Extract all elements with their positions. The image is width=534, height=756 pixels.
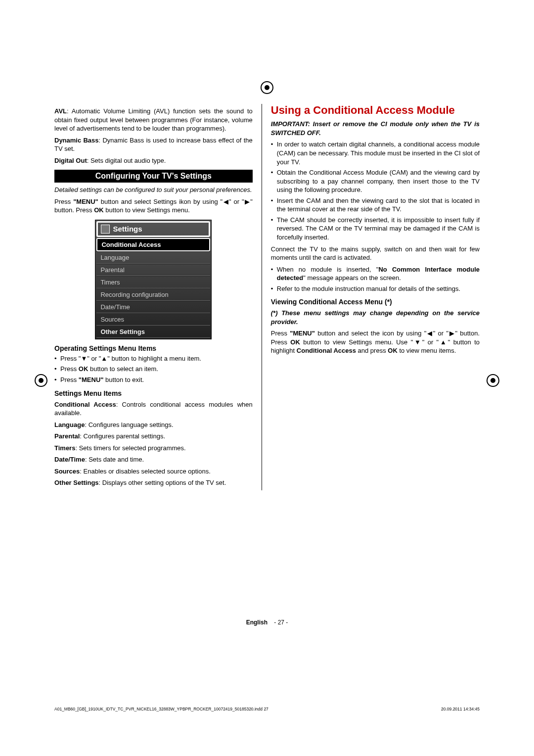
- right-column: Using a Conditional Access Module IMPORT…: [262, 104, 480, 490]
- menu-item-timers: Timers: [96, 276, 210, 288]
- menu-item-sources: Sources: [96, 313, 210, 326]
- menu-title-row: Settings: [96, 221, 210, 237]
- digital-out-paragraph: Digital Out: Sets digital out audio type…: [54, 156, 253, 165]
- footer-page: - 27 -: [274, 619, 288, 626]
- registration-mark-left: [35, 374, 47, 387]
- item-sources: Sources: Enables or disables selected so…: [54, 467, 253, 476]
- cam-b3: Insert the CAM and then the viewing card…: [271, 196, 480, 214]
- cam-b2: Obtain the Conditional Access Module (CA…: [271, 168, 480, 194]
- avl-paragraph: AVL: Automatic Volume Limiting (AVL) fun…: [54, 107, 253, 133]
- left-column: AVL: Automatic Volume Limiting (AVL) fun…: [54, 104, 262, 490]
- print-file-text: A01_MB60_[GB]_1910UK_IDTV_TC_PVR_NICKEL1…: [54, 707, 268, 711]
- config-press: Press "MENU" button and select Settings …: [54, 197, 253, 215]
- menu-title: Settings: [113, 225, 142, 233]
- operating-title: Operating Settings Menu Items: [54, 344, 253, 352]
- registration-mark-right: [487, 374, 499, 387]
- print-date: 20.09.2011 14:34:45: [441, 707, 480, 711]
- footer-language: English: [246, 619, 267, 626]
- op-step-3: Press "MENU" button to exit.: [54, 376, 253, 384]
- cam-b1: In order to watch certain digital channe…: [271, 140, 480, 166]
- important-note: IMPORTANT: Insert or remove the CI modul…: [271, 120, 480, 137]
- cam-b5: When no module is inserted, "No Common I…: [271, 265, 480, 283]
- item-parental: Parental: Configures parental settings.: [54, 432, 253, 441]
- registration-mark-top: [261, 81, 273, 94]
- item-conditional-access: Conditional Access: Controls conditional…: [54, 400, 253, 418]
- settings-menu-screenshot: Settings Conditional Access Language Par…: [95, 220, 212, 339]
- settings-icon: [101, 225, 110, 234]
- config-intro: Detailed settings can be configured to s…: [54, 186, 253, 194]
- item-language: Language: Configures language settings.: [54, 421, 253, 429]
- menu-item-recording: Recording configuration: [96, 288, 210, 301]
- menu-item-other: Other Settings: [96, 326, 210, 338]
- viewing-title: Viewing Conditional Access Menu (*): [271, 298, 480, 306]
- configuring-heading: Configuring Your TV's Settings: [54, 170, 253, 183]
- item-other-settings: Other Settings: Displays other setting o…: [54, 478, 253, 487]
- cam-connect: Connect the TV to the mains supply, swit…: [271, 245, 480, 262]
- item-datetime: Date/Time: Sets date and time.: [54, 455, 253, 464]
- cam-b6: Refer to the module instruction manual f…: [271, 284, 480, 293]
- cam-b4: The CAM should be correctly inserted, it…: [271, 216, 480, 242]
- viewing-note: (*) These menu settings may change depen…: [271, 309, 480, 326]
- print-info-bar: A01_MB60_[GB]_1910UK_IDTV_TC_PVR_NICKEL1…: [54, 707, 480, 711]
- menu-item-conditional-access: Conditional Access: [96, 238, 210, 251]
- op-step-1: Press "▼" or "▲" button to highlight a m…: [54, 354, 253, 363]
- dynamic-bass-paragraph: Dynamic Bass: Dynamic Bass is used to in…: [54, 136, 253, 153]
- menu-item-parental: Parental: [96, 264, 210, 276]
- viewing-press: Press "MENU" button and select the icon …: [271, 329, 480, 355]
- menu-item-language: Language: [96, 251, 210, 264]
- print-file: A01_MB60_[GB]_1910UK_IDTV_TC_PVR_NICKEL1…: [54, 707, 268, 711]
- settings-items-title: Settings Menu Items: [54, 389, 253, 397]
- page-footer: English - 27 -: [54, 619, 480, 626]
- op-step-2: Press OK button to select an item.: [54, 365, 253, 374]
- using-cam-heading: Using a Conditional Access Module: [271, 104, 480, 117]
- menu-item-datetime: Date/Time: [96, 301, 210, 313]
- item-timers: Timers: Sets timers for selected program…: [54, 444, 253, 453]
